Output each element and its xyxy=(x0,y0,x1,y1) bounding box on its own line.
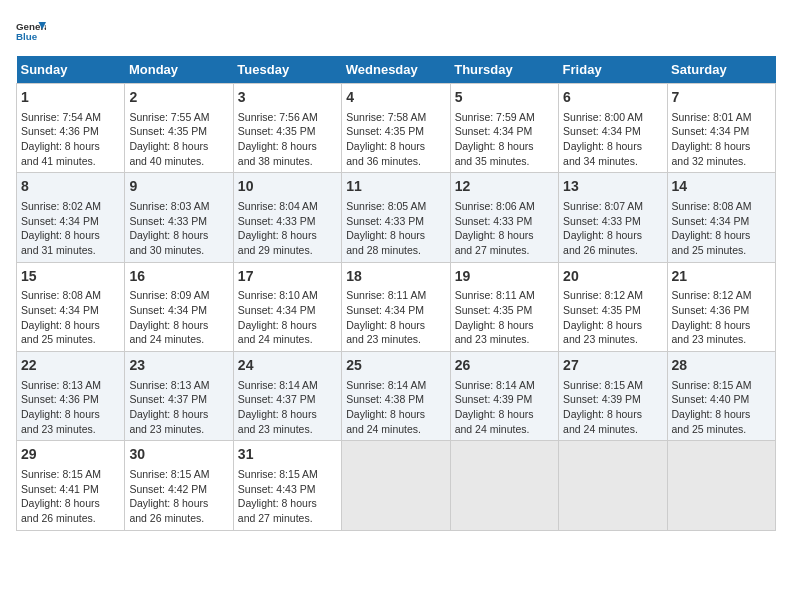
cell-info: and 38 minutes. xyxy=(238,154,337,169)
calendar-cell: 25Sunrise: 8:14 AMSunset: 4:38 PMDayligh… xyxy=(342,352,450,441)
header-friday: Friday xyxy=(559,56,667,84)
cell-info: Sunrise: 8:13 AM xyxy=(21,378,120,393)
cell-info: Sunrise: 8:07 AM xyxy=(563,199,662,214)
cell-info: Daylight: 8 hours xyxy=(129,318,228,333)
cell-info: and 23 minutes. xyxy=(129,422,228,437)
day-number: 7 xyxy=(672,88,771,108)
cell-info: Sunset: 4:41 PM xyxy=(21,482,120,497)
calendar-cell: 27Sunrise: 8:15 AMSunset: 4:39 PMDayligh… xyxy=(559,352,667,441)
cell-info: Sunset: 4:39 PM xyxy=(563,392,662,407)
cell-info: Sunset: 4:33 PM xyxy=(238,214,337,229)
cell-info: and 25 minutes. xyxy=(672,243,771,258)
cell-info: Sunrise: 8:15 AM xyxy=(21,467,120,482)
cell-info: Sunset: 4:34 PM xyxy=(455,124,554,139)
calendar-cell: 31Sunrise: 8:15 AMSunset: 4:43 PMDayligh… xyxy=(233,441,341,530)
calendar-cell: 13Sunrise: 8:07 AMSunset: 4:33 PMDayligh… xyxy=(559,173,667,262)
calendar-cell: 10Sunrise: 8:04 AMSunset: 4:33 PMDayligh… xyxy=(233,173,341,262)
cell-info: and 35 minutes. xyxy=(455,154,554,169)
cell-info: and 32 minutes. xyxy=(672,154,771,169)
cell-info: Sunrise: 7:56 AM xyxy=(238,110,337,125)
calendar-cell: 12Sunrise: 8:06 AMSunset: 4:33 PMDayligh… xyxy=(450,173,558,262)
cell-info: Daylight: 8 hours xyxy=(455,407,554,422)
header-tuesday: Tuesday xyxy=(233,56,341,84)
cell-info: and 23 minutes. xyxy=(563,332,662,347)
cell-info: Sunset: 4:35 PM xyxy=(238,124,337,139)
day-number: 19 xyxy=(455,267,554,287)
cell-info: Daylight: 8 hours xyxy=(455,228,554,243)
calendar-cell: 23Sunrise: 8:13 AMSunset: 4:37 PMDayligh… xyxy=(125,352,233,441)
cell-info: Sunrise: 8:03 AM xyxy=(129,199,228,214)
cell-info: Daylight: 8 hours xyxy=(21,407,120,422)
page-header: General Blue xyxy=(16,16,776,46)
cell-info: Sunset: 4:34 PM xyxy=(238,303,337,318)
cell-info: Sunrise: 8:08 AM xyxy=(672,199,771,214)
cell-info: Sunrise: 8:14 AM xyxy=(238,378,337,393)
day-number: 24 xyxy=(238,356,337,376)
cell-info: Sunset: 4:33 PM xyxy=(129,214,228,229)
cell-info: and 23 minutes. xyxy=(346,332,445,347)
calendar-cell: 28Sunrise: 8:15 AMSunset: 4:40 PMDayligh… xyxy=(667,352,775,441)
day-number: 3 xyxy=(238,88,337,108)
calendar-cell: 9Sunrise: 8:03 AMSunset: 4:33 PMDaylight… xyxy=(125,173,233,262)
day-number: 17 xyxy=(238,267,337,287)
cell-info: Sunset: 4:37 PM xyxy=(238,392,337,407)
cell-info: Sunrise: 8:15 AM xyxy=(672,378,771,393)
cell-info: Daylight: 8 hours xyxy=(129,407,228,422)
calendar-cell: 7Sunrise: 8:01 AMSunset: 4:34 PMDaylight… xyxy=(667,84,775,173)
cell-info: and 29 minutes. xyxy=(238,243,337,258)
calendar-cell: 2Sunrise: 7:55 AMSunset: 4:35 PMDaylight… xyxy=(125,84,233,173)
cell-info: Daylight: 8 hours xyxy=(129,496,228,511)
calendar-cell: 3Sunrise: 7:56 AMSunset: 4:35 PMDaylight… xyxy=(233,84,341,173)
calendar-cell xyxy=(450,441,558,530)
cell-info: Sunset: 4:33 PM xyxy=(563,214,662,229)
cell-info: Sunrise: 8:11 AM xyxy=(346,288,445,303)
day-number: 29 xyxy=(21,445,120,465)
cell-info: Sunset: 4:35 PM xyxy=(129,124,228,139)
cell-info: Sunset: 4:34 PM xyxy=(672,124,771,139)
calendar-cell: 22Sunrise: 8:13 AMSunset: 4:36 PMDayligh… xyxy=(17,352,125,441)
calendar-week-2: 8Sunrise: 8:02 AMSunset: 4:34 PMDaylight… xyxy=(17,173,776,262)
cell-info: Sunrise: 8:06 AM xyxy=(455,199,554,214)
cell-info: Daylight: 8 hours xyxy=(672,318,771,333)
calendar-cell: 8Sunrise: 8:02 AMSunset: 4:34 PMDaylight… xyxy=(17,173,125,262)
cell-info: and 24 minutes. xyxy=(129,332,228,347)
cell-info: Sunrise: 8:05 AM xyxy=(346,199,445,214)
cell-info: Sunrise: 7:58 AM xyxy=(346,110,445,125)
calendar-cell: 18Sunrise: 8:11 AMSunset: 4:34 PMDayligh… xyxy=(342,262,450,351)
cell-info: and 24 minutes. xyxy=(238,332,337,347)
cell-info: Sunrise: 8:01 AM xyxy=(672,110,771,125)
day-number: 1 xyxy=(21,88,120,108)
cell-info: and 40 minutes. xyxy=(129,154,228,169)
day-number: 26 xyxy=(455,356,554,376)
cell-info: Daylight: 8 hours xyxy=(238,228,337,243)
calendar-cell: 30Sunrise: 8:15 AMSunset: 4:42 PMDayligh… xyxy=(125,441,233,530)
cell-info: and 31 minutes. xyxy=(21,243,120,258)
cell-info: Daylight: 8 hours xyxy=(563,139,662,154)
cell-info: Daylight: 8 hours xyxy=(238,318,337,333)
cell-info: and 30 minutes. xyxy=(129,243,228,258)
calendar-cell xyxy=(559,441,667,530)
cell-info: Daylight: 8 hours xyxy=(21,228,120,243)
day-number: 5 xyxy=(455,88,554,108)
calendar-cell: 17Sunrise: 8:10 AMSunset: 4:34 PMDayligh… xyxy=(233,262,341,351)
cell-info: Sunset: 4:39 PM xyxy=(455,392,554,407)
calendar-cell: 11Sunrise: 8:05 AMSunset: 4:33 PMDayligh… xyxy=(342,173,450,262)
cell-info: Sunrise: 8:14 AM xyxy=(346,378,445,393)
cell-info: Sunrise: 8:13 AM xyxy=(129,378,228,393)
cell-info: Sunrise: 8:10 AM xyxy=(238,288,337,303)
day-number: 28 xyxy=(672,356,771,376)
cell-info: Daylight: 8 hours xyxy=(21,318,120,333)
cell-info: Sunset: 4:42 PM xyxy=(129,482,228,497)
day-number: 8 xyxy=(21,177,120,197)
calendar-table: SundayMondayTuesdayWednesdayThursdayFrid… xyxy=(16,56,776,531)
cell-info: Daylight: 8 hours xyxy=(346,228,445,243)
day-number: 23 xyxy=(129,356,228,376)
calendar-cell: 5Sunrise: 7:59 AMSunset: 4:34 PMDaylight… xyxy=(450,84,558,173)
cell-info: Sunset: 4:36 PM xyxy=(672,303,771,318)
day-number: 22 xyxy=(21,356,120,376)
calendar-week-4: 22Sunrise: 8:13 AMSunset: 4:36 PMDayligh… xyxy=(17,352,776,441)
day-number: 21 xyxy=(672,267,771,287)
cell-info: and 27 minutes. xyxy=(238,511,337,526)
day-number: 16 xyxy=(129,267,228,287)
cell-info: and 25 minutes. xyxy=(672,422,771,437)
